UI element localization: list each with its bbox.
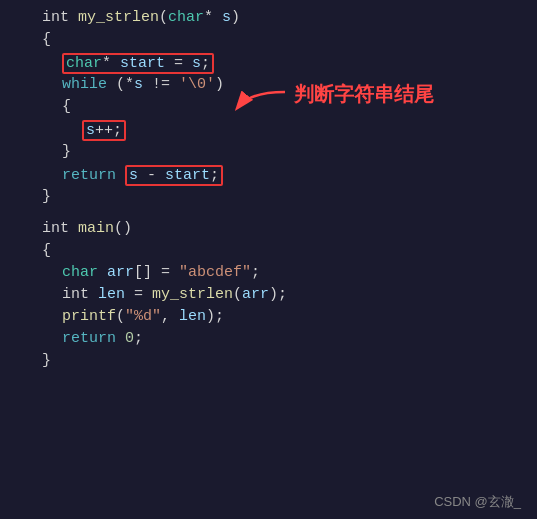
line-15: return 0 ; — [0, 329, 537, 351]
watermark: CSDN @玄澈_ — [434, 493, 521, 511]
open-brace-2: { — [62, 98, 71, 115]
func-printf: printf — [62, 308, 116, 325]
line-10: int main () — [0, 219, 537, 241]
type-charstar: char — [66, 55, 102, 72]
minus: - — [138, 167, 165, 184]
semi-arr: ; — [251, 264, 260, 281]
semi-ret: ; — [134, 330, 143, 347]
func-mystrlen: my_strlen — [152, 286, 233, 303]
neq: != — [143, 76, 179, 93]
paren-close-while: ) — [215, 76, 224, 93]
func-main: main — [78, 220, 114, 237]
eq: = — [165, 55, 192, 72]
space-arr — [98, 264, 107, 281]
star: * — [204, 9, 222, 26]
eq2: = — [125, 286, 152, 303]
pp: ++; — [95, 122, 122, 139]
line-9: } — [0, 187, 537, 209]
var-arr2: arr — [242, 286, 269, 303]
paren-while: ( — [116, 76, 125, 93]
paren-open: ( — [159, 9, 168, 26]
line-1: int my_strlen ( char * s ) — [0, 8, 537, 30]
line-11: { — [0, 241, 537, 263]
paren-call-close: ); — [269, 286, 287, 303]
deref: * — [125, 76, 134, 93]
comma-printf: , — [161, 308, 179, 325]
paren-printf: ( — [116, 308, 125, 325]
line-content-1: int my_strlen ( char * s ) — [42, 9, 240, 26]
var-arr: arr — [107, 264, 134, 281]
str-fmt: "%d" — [125, 308, 161, 325]
space-ret — [116, 330, 125, 347]
semi2: ; — [210, 167, 219, 184]
type-char2: char — [62, 264, 98, 281]
box-return: s - start ; — [125, 165, 223, 186]
box-spp: s ++; — [82, 120, 126, 141]
paren-main: () — [114, 220, 132, 237]
line-5: { — [0, 97, 537, 119]
paren-printf-close: ); — [206, 308, 224, 325]
open-brace-main: { — [42, 242, 51, 259]
var-s4: s — [129, 167, 138, 184]
close-brace-while: } — [62, 143, 71, 160]
keyword-while: while — [62, 76, 107, 93]
line-14: printf ( "%d" , len ); — [0, 307, 537, 329]
line-6: s ++; — [0, 119, 537, 142]
gap-1 — [0, 209, 537, 219]
semi1: ; — [201, 55, 210, 72]
str-abcdef: "abcdef" — [179, 264, 251, 281]
func-name: my_strlen — [78, 9, 159, 26]
var-start: start — [120, 55, 165, 72]
var-len2: len — [179, 308, 206, 325]
space-w — [107, 76, 116, 93]
space-r — [116, 167, 125, 184]
keyword-int2: int — [42, 220, 78, 237]
var-s: s — [192, 55, 201, 72]
keyword-return: return — [62, 167, 116, 184]
line-2: { — [0, 30, 537, 52]
line-4: while ( * s != '\0' ) — [0, 75, 537, 97]
param-s: s — [222, 9, 231, 26]
open-brace-1: { — [42, 31, 51, 48]
keyword-int: int — [42, 9, 78, 26]
star2: * — [102, 55, 120, 72]
line-8: return s - start ; — [0, 164, 537, 187]
var-len: len — [98, 286, 125, 303]
box-start: char * start = s ; — [62, 53, 214, 74]
brackets: [] = — [134, 264, 179, 281]
paren-call: ( — [233, 286, 242, 303]
var-s3: s — [86, 122, 95, 139]
line-7: } — [0, 142, 537, 164]
code-area: int my_strlen ( char * s ) { char * star… — [0, 0, 537, 519]
keyword-return2: return — [62, 330, 116, 347]
line-16: } — [0, 351, 537, 373]
line-13: int len = my_strlen ( arr ); — [0, 285, 537, 307]
var-s2: s — [134, 76, 143, 93]
type-char: char — [168, 9, 204, 26]
var-start2: start — [165, 167, 210, 184]
keyword-int3: int — [62, 286, 98, 303]
num-zero: 0 — [125, 330, 134, 347]
close-brace-main: } — [42, 352, 51, 369]
close-brace-fn: } — [42, 188, 51, 205]
char-null: '\0' — [179, 76, 215, 93]
line-3: char * start = s ; — [0, 52, 537, 75]
line-12: char arr [] = "abcdef" ; — [0, 263, 537, 285]
paren-close: ) — [231, 9, 240, 26]
